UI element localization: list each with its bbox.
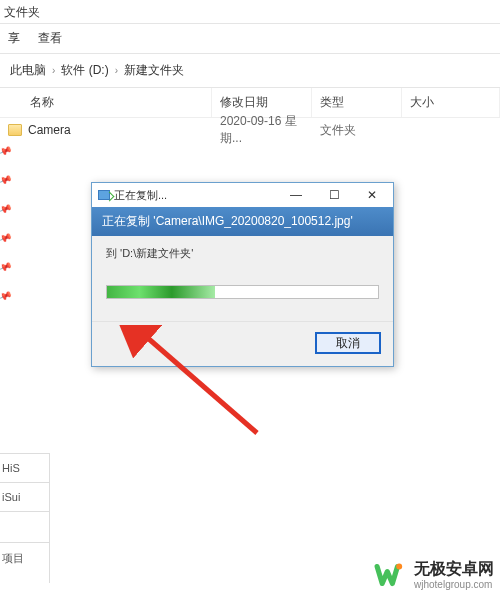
pin-icon: 📌 (0, 259, 13, 273)
breadcrumb-seg-folder[interactable]: 新建文件夹 (124, 62, 184, 79)
window-title-bar: 文件夹 (0, 0, 500, 24)
sidebar-item[interactable]: 项目 (0, 542, 49, 574)
cancel-button[interactable]: 取消 (315, 332, 381, 354)
copy-icon (98, 190, 110, 200)
window-title: 文件夹 (4, 5, 40, 19)
menu-view[interactable]: 查看 (38, 30, 62, 47)
row-date: 2020-09-16 星期... (212, 109, 312, 151)
watermark-title: 无极安卓网 (414, 561, 494, 577)
dialog-title: 正在复制... (114, 188, 167, 203)
destination-text: 到 'D:\新建文件夹' (106, 246, 379, 261)
folder-icon (8, 124, 22, 136)
dialog-banner: 正在复制 'Camera\IMG_20200820_100512.jpg' (92, 207, 393, 236)
row-size (402, 126, 500, 134)
column-type[interactable]: 类型 (312, 88, 402, 117)
chevron-right-icon: › (52, 65, 55, 76)
pin-icon: 📌 (0, 288, 13, 302)
breadcrumb-seg-pc[interactable]: 此电脑 (10, 62, 46, 79)
sidebar-item[interactable]: iSui (0, 483, 49, 511)
pin-icon: 📌 (0, 143, 13, 157)
menu-share[interactable]: 享 (8, 30, 20, 47)
minimize-button[interactable]: — (277, 185, 315, 205)
maximize-button[interactable]: ☐ (315, 185, 353, 205)
sidebar-bottom: HiS iSui 项目 (0, 453, 50, 583)
sidebar-item[interactable]: HiS (0, 454, 49, 482)
watermark: 无极安卓网 wjhotelgroup.com (372, 558, 494, 592)
watermark-url: wjhotelgroup.com (414, 580, 492, 590)
svg-point-1 (396, 564, 402, 570)
copy-dialog: 正在复制... — ☐ ✕ 正在复制 'Camera\IMG_20200820_… (91, 182, 394, 367)
quick-access-pins: 📌 📌 📌 📌 📌 📌 (0, 145, 10, 301)
column-size[interactable]: 大小 (402, 88, 500, 117)
progress-bar (106, 285, 379, 299)
menu-bar: 享 查看 (0, 24, 500, 54)
close-button[interactable]: ✕ (353, 185, 391, 205)
breadcrumb[interactable]: 此电脑 › 软件 (D:) › 新建文件夹 (0, 54, 500, 88)
dialog-body: 到 'D:\新建文件夹' (92, 236, 393, 303)
row-name: Camera (28, 123, 71, 137)
table-row[interactable]: Camera 2020-09-16 星期... 文件夹 (0, 118, 500, 142)
pin-icon: 📌 (0, 230, 13, 244)
logo-icon (372, 558, 406, 592)
pin-icon: 📌 (0, 172, 13, 186)
progress-fill (107, 286, 215, 298)
chevron-right-icon: › (115, 65, 118, 76)
dialog-footer: 取消 (92, 321, 393, 366)
dialog-title-bar[interactable]: 正在复制... — ☐ ✕ (92, 183, 393, 207)
breadcrumb-seg-drive[interactable]: 软件 (D:) (61, 62, 108, 79)
row-type: 文件夹 (312, 118, 402, 143)
pin-icon: 📌 (0, 201, 13, 215)
column-name[interactable]: 名称 (0, 88, 212, 117)
